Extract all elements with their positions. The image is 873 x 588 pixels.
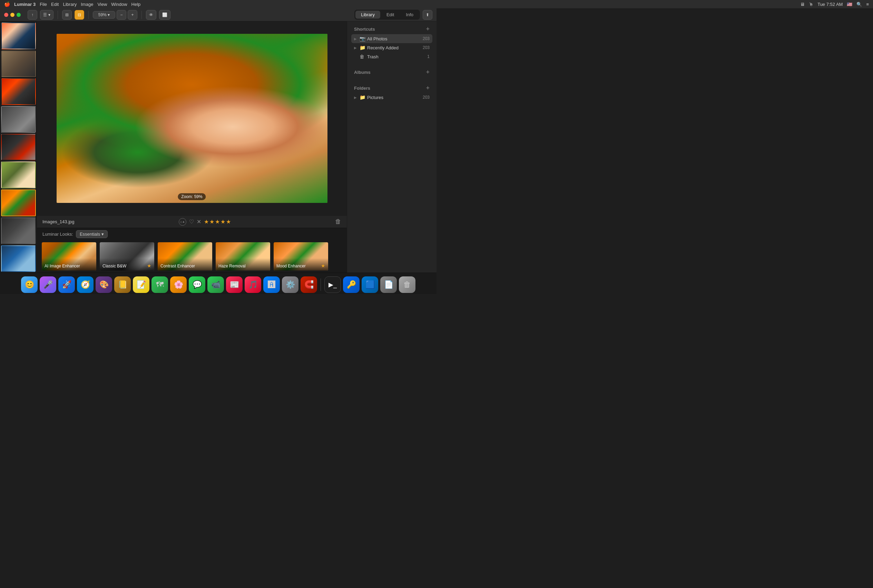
delete-photo-button[interactable]: 🗑 bbox=[335, 218, 341, 225]
thumbnail-1[interactable] bbox=[1, 22, 36, 50]
magnet-icon: 🧲 bbox=[304, 280, 314, 289]
albums-label: Albums bbox=[354, 70, 424, 75]
dock-facetime[interactable]: 📹 bbox=[207, 276, 224, 293]
plus-icon: + bbox=[131, 12, 134, 17]
zoom-value: 59% bbox=[98, 12, 106, 17]
library-menu[interactable]: Library bbox=[63, 2, 76, 7]
star-2[interactable]: ★ bbox=[210, 218, 214, 225]
star-rating[interactable]: ★ ★ ★ ★ ★ bbox=[204, 218, 231, 225]
sidebar-item-all-photos[interactable]: ▶ 📷 All Photos 203 bbox=[351, 34, 432, 43]
view-toggle-button[interactable]: ☰ ▾ bbox=[40, 10, 54, 20]
dock-siri[interactable]: 🎤 bbox=[40, 276, 56, 293]
star-1[interactable]: ★ bbox=[204, 218, 209, 225]
dock-notefile[interactable]: 📒 bbox=[114, 276, 131, 293]
heart-button[interactable]: ♡ bbox=[189, 218, 194, 225]
star-5[interactable]: ★ bbox=[226, 218, 231, 225]
edit-menu[interactable]: Edit bbox=[51, 2, 58, 7]
reject-button[interactable]: ✕ bbox=[196, 218, 201, 225]
star-3[interactable]: ★ bbox=[215, 218, 220, 225]
albums-section: Albums + bbox=[347, 64, 436, 80]
look-classic-bw[interactable]: Classic B&W ★ bbox=[99, 242, 155, 271]
launchpad-icon: 🚀 bbox=[62, 280, 71, 289]
dock-news[interactable]: 📰 bbox=[226, 276, 243, 293]
dock-messages[interactable]: 💬 bbox=[189, 276, 205, 293]
dock-onepassword[interactable]: 🔑 bbox=[343, 276, 360, 293]
tab-library[interactable]: Library bbox=[356, 11, 380, 19]
fullscreen-button[interactable] bbox=[16, 13, 21, 17]
dock-copilot[interactable]: 🟦 bbox=[362, 276, 378, 293]
dock-notes[interactable]: 📝 bbox=[133, 276, 149, 293]
dock-maps[interactable]: 🗺 bbox=[152, 276, 168, 293]
svg-point-31 bbox=[227, 85, 234, 90]
export-button[interactable]: ⬆ bbox=[423, 10, 432, 20]
view-menu[interactable]: View bbox=[97, 2, 107, 7]
maps-icon: 🗺 bbox=[156, 280, 164, 289]
file-menu[interactable]: File bbox=[40, 2, 47, 7]
eye-button[interactable]: 👁 bbox=[146, 10, 156, 20]
copilot-icon: 🟦 bbox=[365, 280, 375, 289]
thumbnail-8[interactable] bbox=[1, 218, 36, 244]
grid-view-button[interactable]: ⊟ bbox=[75, 10, 84, 20]
help-menu[interactable]: Help bbox=[132, 2, 141, 7]
close-button[interactable] bbox=[4, 13, 8, 17]
shortcuts-add-button[interactable]: + bbox=[426, 26, 430, 33]
main-photo: Zoom: 59% bbox=[57, 34, 327, 203]
zoom-control: 59% ▾ − + bbox=[93, 10, 137, 20]
layout-button[interactable]: ⊞ bbox=[62, 10, 72, 20]
dock-finder[interactable]: 😊 bbox=[21, 276, 38, 293]
rating-circle-button[interactable]: ○ ▲ bbox=[179, 218, 186, 226]
sidebar-item-pictures[interactable]: ▶ 📁 Pictures 203 bbox=[351, 93, 432, 102]
dock-appstore[interactable]: 🅰 bbox=[263, 276, 280, 293]
sidebar-item-recently-added[interactable]: ▶ 📁 Recently Added 203 bbox=[351, 43, 432, 52]
look-contrast-enhancer[interactable]: Contrast Enhancer bbox=[157, 242, 213, 271]
svg-point-10 bbox=[261, 65, 267, 71]
albums-add-button[interactable]: + bbox=[426, 69, 430, 76]
looks-category-dropdown[interactable]: Essentials ▾ bbox=[76, 230, 108, 238]
dock-pixelmator[interactable]: 🎨 bbox=[96, 276, 112, 293]
tab-info[interactable]: Info bbox=[400, 11, 419, 19]
star-4[interactable]: ★ bbox=[220, 218, 225, 225]
filmstrip[interactable] bbox=[0, 21, 37, 273]
dock-terminal[interactable]: ▶_ bbox=[324, 276, 341, 293]
thumbnail-9[interactable] bbox=[1, 245, 36, 272]
dock-safari[interactable]: 🧭 bbox=[77, 276, 93, 293]
dock-finder2[interactable]: 📄 bbox=[380, 276, 397, 293]
dock-trash[interactable]: 🗑 bbox=[399, 276, 416, 293]
all-photos-count: 203 bbox=[423, 36, 430, 41]
thumbnail-5[interactable] bbox=[1, 134, 36, 161]
thumbnail-4[interactable] bbox=[1, 106, 36, 133]
dock-magnet[interactable]: 🧲 bbox=[300, 276, 317, 293]
tab-edit[interactable]: Edit bbox=[381, 11, 400, 19]
app-name-menu[interactable]: Luminar 3 bbox=[14, 2, 36, 7]
dock-launchpad[interactable]: 🚀 bbox=[58, 276, 75, 293]
minimize-button[interactable] bbox=[10, 13, 15, 17]
compare-button[interactable]: ⬜ bbox=[159, 10, 171, 20]
dock-sysprefs[interactable]: ⚙️ bbox=[282, 276, 298, 293]
thumbnail-7[interactable] bbox=[1, 189, 36, 216]
thumbnail-3[interactable] bbox=[1, 78, 36, 105]
look-haze-removal[interactable]: Haze Removal bbox=[215, 242, 271, 271]
image-viewer[interactable]: Zoom: 59% bbox=[37, 21, 347, 215]
window-menu[interactable]: Window bbox=[111, 2, 127, 7]
thumbnail-6[interactable] bbox=[1, 162, 36, 188]
recently-added-count: 203 bbox=[423, 45, 430, 50]
look-ai-image-enhancer[interactable]: AI Image Enhancer bbox=[41, 242, 97, 271]
image-menu[interactable]: Image bbox=[81, 2, 93, 7]
apple-menu-icon[interactable]: 🍎 bbox=[4, 2, 10, 7]
zoom-display[interactable]: 59% ▾ bbox=[93, 11, 115, 19]
appstore-icon: 🅰 bbox=[268, 280, 275, 289]
dock-music[interactable]: 🎵 bbox=[244, 276, 261, 293]
look-mood-enhancer[interactable]: Mood Enhancer ★ bbox=[273, 242, 329, 271]
looks-thumbnails[interactable]: AI Image Enhancer Classic B&W ★ Contrast… bbox=[37, 240, 347, 273]
folders-add-button[interactable]: + bbox=[426, 84, 430, 92]
dock-photos[interactable]: 🌸 bbox=[170, 276, 187, 293]
svg-point-5 bbox=[118, 69, 123, 75]
sidebar-item-trash[interactable]: ▶ 🗑 Trash 1 bbox=[351, 52, 432, 61]
svg-point-2 bbox=[57, 51, 126, 120]
back-button[interactable]: ↑ bbox=[28, 10, 37, 20]
zoom-out-button[interactable]: − bbox=[117, 10, 126, 20]
svg-point-14 bbox=[281, 53, 287, 59]
thumbnail-2[interactable] bbox=[1, 50, 36, 77]
zoom-in-button[interactable]: + bbox=[128, 10, 137, 20]
svg-point-30 bbox=[218, 82, 226, 88]
